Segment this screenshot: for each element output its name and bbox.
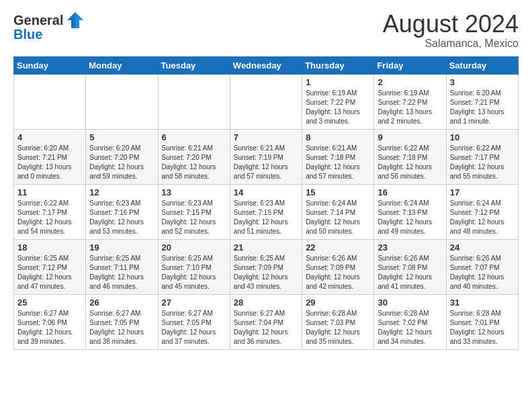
calendar-cell: 3Sunrise: 6:20 AM Sunset: 7:21 PM Daylig…: [446, 74, 518, 129]
cell-content: Sunrise: 6:23 AM Sunset: 7:16 PM Dayligh…: [89, 199, 154, 236]
calendar-cell: 27Sunrise: 6:27 AM Sunset: 7:05 PM Dayli…: [158, 294, 230, 349]
day-number: 2: [378, 77, 442, 87]
day-number: 12: [89, 187, 154, 197]
cell-content: Sunrise: 6:27 AM Sunset: 7:06 PM Dayligh…: [17, 309, 82, 347]
calendar-day-header: Friday: [374, 56, 446, 74]
day-number: 21: [234, 242, 298, 253]
calendar-cell: 6Sunrise: 6:21 AM Sunset: 7:20 PM Daylig…: [158, 129, 230, 184]
cell-content: Sunrise: 6:20 AM Sunset: 7:21 PM Dayligh…: [450, 89, 515, 126]
calendar-cell: [230, 74, 302, 129]
calendar-cell: 13Sunrise: 6:23 AM Sunset: 7:15 PM Dayli…: [158, 184, 230, 239]
day-number: 26: [89, 298, 154, 308]
calendar-day-header: Thursday: [302, 56, 374, 74]
day-number: 25: [17, 298, 82, 308]
location: Salamanca, Mexico: [383, 38, 519, 50]
cell-content: Sunrise: 6:25 AM Sunset: 7:10 PM Dayligh…: [162, 254, 226, 291]
calendar-day-header: Sunday: [14, 56, 86, 74]
day-number: 7: [234, 132, 298, 142]
cell-content: Sunrise: 6:21 AM Sunset: 7:20 PM Dayligh…: [162, 144, 226, 181]
calendar-cell: 5Sunrise: 6:20 AM Sunset: 7:20 PM Daylig…: [86, 129, 158, 184]
cell-content: Sunrise: 6:22 AM Sunset: 7:17 PM Dayligh…: [17, 199, 82, 236]
day-number: 6: [162, 132, 226, 142]
cell-content: Sunrise: 6:23 AM Sunset: 7:15 PM Dayligh…: [234, 199, 298, 236]
day-number: 27: [162, 298, 226, 308]
calendar-cell: 24Sunrise: 6:26 AM Sunset: 7:07 PM Dayli…: [446, 239, 518, 294]
logo-blue-text: Blue: [13, 27, 42, 42]
calendar-week-row: 1Sunrise: 6:19 AM Sunset: 7:22 PM Daylig…: [14, 74, 519, 129]
cell-content: Sunrise: 6:26 AM Sunset: 7:07 PM Dayligh…: [450, 254, 515, 291]
day-number: 31: [450, 298, 515, 308]
calendar-cell: 17Sunrise: 6:24 AM Sunset: 7:12 PM Dayli…: [446, 184, 518, 239]
calendar-cell: 12Sunrise: 6:23 AM Sunset: 7:16 PM Dayli…: [86, 184, 158, 239]
cell-content: Sunrise: 6:25 AM Sunset: 7:11 PM Dayligh…: [89, 254, 154, 291]
calendar-cell: 20Sunrise: 6:25 AM Sunset: 7:10 PM Dayli…: [158, 239, 230, 294]
calendar-cell: 7Sunrise: 6:21 AM Sunset: 7:19 PM Daylig…: [230, 129, 302, 184]
day-number: 24: [450, 242, 515, 253]
calendar-cell: 4Sunrise: 6:20 AM Sunset: 7:21 PM Daylig…: [14, 129, 86, 184]
calendar-week-row: 18Sunrise: 6:25 AM Sunset: 7:12 PM Dayli…: [14, 239, 519, 294]
day-number: 5: [89, 132, 154, 142]
cell-content: Sunrise: 6:19 AM Sunset: 7:22 PM Dayligh…: [306, 89, 370, 126]
calendar-cell: 23Sunrise: 6:26 AM Sunset: 7:08 PM Dayli…: [374, 239, 446, 294]
day-number: 8: [306, 132, 370, 142]
cell-content: Sunrise: 6:26 AM Sunset: 7:08 PM Dayligh…: [378, 254, 442, 291]
cell-content: Sunrise: 6:21 AM Sunset: 7:19 PM Dayligh…: [234, 144, 298, 181]
calendar-cell: 19Sunrise: 6:25 AM Sunset: 7:11 PM Dayli…: [86, 239, 158, 294]
day-number: 19: [89, 242, 154, 253]
calendar-cell: 21Sunrise: 6:25 AM Sunset: 7:09 PM Dayli…: [230, 239, 302, 294]
day-number: 22: [306, 242, 370, 253]
calendar-cell: 14Sunrise: 6:23 AM Sunset: 7:15 PM Dayli…: [230, 184, 302, 239]
calendar-cell: 16Sunrise: 6:24 AM Sunset: 7:13 PM Dayli…: [374, 184, 446, 239]
logo-general-text: General: [13, 13, 63, 28]
day-number: 23: [378, 242, 442, 253]
day-number: 4: [17, 132, 82, 142]
day-number: 3: [450, 77, 515, 87]
calendar-day-header: Wednesday: [230, 56, 302, 74]
page: General Blue August 2024 Salamanca, Mexi…: [0, 0, 532, 361]
calendar-cell: [158, 74, 230, 129]
calendar-cell: 30Sunrise: 6:28 AM Sunset: 7:02 PM Dayli…: [374, 294, 446, 349]
logo-icon: [66, 11, 85, 30]
cell-content: Sunrise: 6:20 AM Sunset: 7:21 PM Dayligh…: [17, 144, 82, 181]
cell-content: Sunrise: 6:28 AM Sunset: 7:02 PM Dayligh…: [378, 309, 442, 347]
calendar-header-row: SundayMondayTuesdayWednesdayThursdayFrid…: [14, 56, 519, 74]
calendar-day-header: Monday: [86, 56, 158, 74]
calendar-cell: 8Sunrise: 6:21 AM Sunset: 7:18 PM Daylig…: [302, 129, 374, 184]
calendar-cell: 25Sunrise: 6:27 AM Sunset: 7:06 PM Dayli…: [14, 294, 86, 349]
day-number: 14: [234, 187, 298, 197]
calendar-cell: [14, 74, 86, 129]
cell-content: Sunrise: 6:22 AM Sunset: 7:18 PM Dayligh…: [378, 144, 442, 181]
logo: General Blue: [13, 11, 85, 42]
calendar-cell: [86, 74, 158, 129]
header: General Blue August 2024 Salamanca, Mexi…: [13, 11, 519, 50]
day-number: 17: [450, 187, 515, 197]
cell-content: Sunrise: 6:20 AM Sunset: 7:20 PM Dayligh…: [89, 144, 154, 181]
cell-content: Sunrise: 6:24 AM Sunset: 7:13 PM Dayligh…: [378, 199, 442, 236]
calendar-cell: 9Sunrise: 6:22 AM Sunset: 7:18 PM Daylig…: [374, 129, 446, 184]
cell-content: Sunrise: 6:27 AM Sunset: 7:05 PM Dayligh…: [89, 309, 154, 347]
cell-content: Sunrise: 6:19 AM Sunset: 7:22 PM Dayligh…: [378, 89, 442, 126]
calendar-cell: 2Sunrise: 6:19 AM Sunset: 7:22 PM Daylig…: [374, 74, 446, 129]
calendar-cell: 11Sunrise: 6:22 AM Sunset: 7:17 PM Dayli…: [14, 184, 86, 239]
day-number: 18: [17, 242, 82, 253]
day-number: 30: [378, 298, 442, 308]
month-year: August 2024: [383, 11, 519, 38]
calendar-week-row: 4Sunrise: 6:20 AM Sunset: 7:21 PM Daylig…: [14, 129, 519, 184]
day-number: 16: [378, 187, 442, 197]
title-block: August 2024 Salamanca, Mexico: [383, 11, 519, 50]
day-number: 13: [162, 187, 226, 197]
calendar-day-header: Saturday: [446, 56, 518, 74]
calendar-week-row: 25Sunrise: 6:27 AM Sunset: 7:06 PM Dayli…: [14, 294, 519, 349]
calendar-cell: 18Sunrise: 6:25 AM Sunset: 7:12 PM Dayli…: [14, 239, 86, 294]
calendar-week-row: 11Sunrise: 6:22 AM Sunset: 7:17 PM Dayli…: [14, 184, 519, 239]
calendar-cell: 10Sunrise: 6:22 AM Sunset: 7:17 PM Dayli…: [446, 129, 518, 184]
calendar-day-header: Tuesday: [158, 56, 230, 74]
cell-content: Sunrise: 6:23 AM Sunset: 7:15 PM Dayligh…: [162, 199, 226, 236]
cell-content: Sunrise: 6:22 AM Sunset: 7:17 PM Dayligh…: [450, 144, 515, 181]
calendar-cell: 22Sunrise: 6:26 AM Sunset: 7:09 PM Dayli…: [302, 239, 374, 294]
calendar: SundayMondayTuesdayWednesdayThursdayFrid…: [13, 56, 519, 350]
cell-content: Sunrise: 6:27 AM Sunset: 7:05 PM Dayligh…: [162, 309, 226, 347]
calendar-cell: 31Sunrise: 6:28 AM Sunset: 7:01 PM Dayli…: [446, 294, 518, 349]
calendar-cell: 29Sunrise: 6:28 AM Sunset: 7:03 PM Dayli…: [302, 294, 374, 349]
cell-content: Sunrise: 6:24 AM Sunset: 7:14 PM Dayligh…: [306, 199, 370, 236]
